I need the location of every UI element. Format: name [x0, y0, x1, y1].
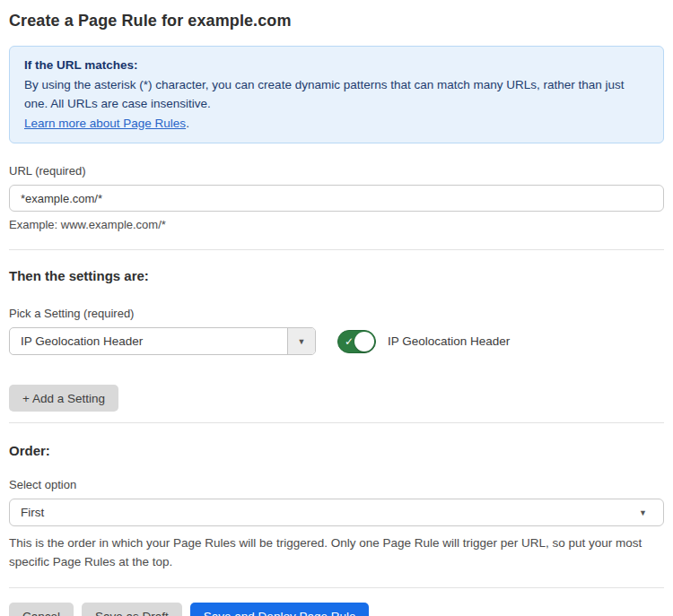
- save-and-deploy-button[interactable]: Save and Deploy Page Rule: [190, 603, 370, 616]
- order-section-heading: Order:: [9, 443, 664, 458]
- url-example-hint: Example: www.example.com/*: [9, 218, 664, 231]
- setting-dropdown-button[interactable]: ▼: [287, 328, 315, 354]
- learn-more-link[interactable]: Learn more about Page Rules: [24, 117, 186, 130]
- form-actions: Cancel Save as Draft Save and Deploy Pag…: [9, 603, 664, 616]
- info-link-line: Learn more about Page Rules.: [24, 114, 649, 134]
- caret-down-icon: ▼: [298, 337, 306, 346]
- page-title: Create a Page Rule for example.com: [9, 12, 664, 30]
- url-match-info-callout: If the URL matches: By using the asteris…: [9, 46, 664, 143]
- page-rule-form: Create a Page Rule for example.com If th…: [0, 0, 673, 616]
- info-body-text: By using the asterisk (*) character, you…: [24, 75, 649, 114]
- setting-picker-label: Pick a Setting (required): [9, 307, 664, 320]
- order-select-label: Select option: [9, 478, 664, 491]
- url-field-label: URL (required): [9, 164, 664, 178]
- divider: [9, 422, 664, 423]
- info-heading: If the URL matches:: [24, 56, 649, 75]
- setting-picker-row: IP Geolocation Header ▼ ✓ IP Geolocation…: [9, 327, 664, 355]
- order-select-value: First: [21, 506, 639, 519]
- setting-dropdown-value: IP Geolocation Header: [10, 328, 287, 354]
- save-as-draft-button[interactable]: Save as Draft: [82, 603, 182, 616]
- settings-section-heading: Then the settings are:: [9, 268, 664, 283]
- caret-down-icon: ▼: [639, 508, 652, 517]
- ip-geolocation-toggle[interactable]: ✓: [337, 330, 376, 353]
- toggle-knob: [354, 332, 374, 351]
- add-setting-button[interactable]: + Add a Setting: [9, 385, 118, 412]
- link-suffix: .: [186, 117, 189, 130]
- toggle-label: IP Geolocation Header: [388, 334, 510, 348]
- url-input[interactable]: [9, 185, 664, 212]
- divider: [9, 587, 664, 588]
- order-select[interactable]: First ▼: [9, 499, 664, 526]
- order-help-text: This is the order in which your Page Rul…: [9, 534, 664, 571]
- divider: [9, 249, 664, 250]
- check-icon: ✓: [345, 335, 354, 346]
- setting-dropdown[interactable]: IP Geolocation Header ▼: [9, 327, 316, 355]
- cancel-button[interactable]: Cancel: [9, 603, 74, 616]
